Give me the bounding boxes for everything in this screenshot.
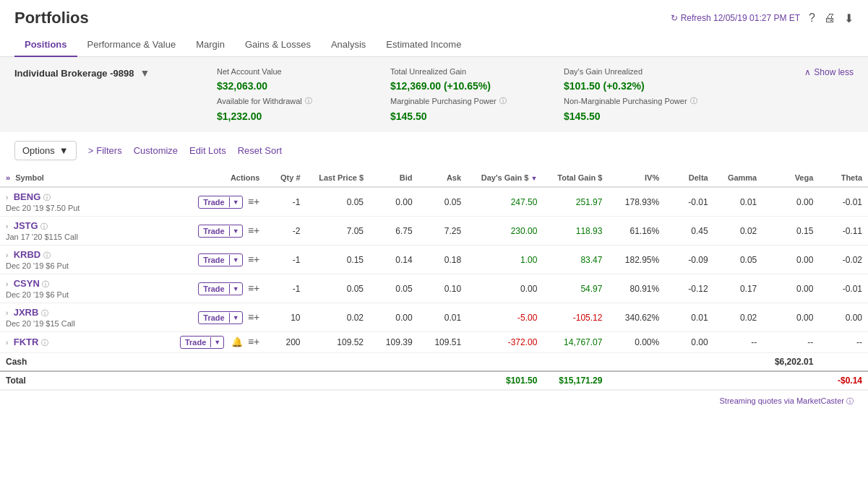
info-icon-JSTG[interactable]: ⓘ	[40, 222, 48, 230]
show-less-button[interactable]: ∧ Show less	[804, 67, 854, 77]
row-expand-icon[interactable]: ›	[6, 309, 8, 317]
cell-iv-JSTG: 61.16%	[608, 217, 665, 246]
tab-positions[interactable]: Positions	[14, 33, 77, 57]
options-dropdown[interactable]: Options ▼	[14, 141, 77, 160]
tab-income[interactable]: Estimated Income	[376, 33, 471, 57]
cell-theta-CSYN: -0.01	[819, 274, 868, 303]
cell-gamma-JXRB: 0.02	[714, 303, 763, 332]
table-row: › JXRB ⓘ Dec 20 '19 $15 Call Trade ▼ ≡+ …	[0, 303, 868, 332]
trade-button-FKTR[interactable]: Trade ▼	[180, 336, 224, 349]
refresh-icon: ↻	[671, 13, 678, 23]
tab-performance[interactable]: Performance & Value	[77, 33, 186, 57]
cell-iv-JXRB: 340.62%	[608, 303, 665, 332]
header-vega: Vega	[762, 169, 819, 187]
cell-theta-BENG: -0.01	[819, 187, 868, 217]
available-withdrawal-label: Available for Withdrawal ⓘ	[217, 96, 369, 106]
info-icon-FKTR[interactable]: ⓘ	[41, 339, 48, 347]
trade-dropdown-icon[interactable]: ▼	[229, 197, 242, 207]
cell-vega-FKTR: --	[762, 332, 819, 353]
top-bar-right: ↻ Refresh 12/05/19 01:27 PM ET ? 🖨 ⬇	[671, 12, 854, 25]
options-label: Options	[22, 145, 55, 156]
info-icon-marginable[interactable]: ⓘ	[499, 96, 507, 106]
row-expand-icon[interactable]: ›	[6, 339, 8, 347]
cell-theta-FKTR: --	[819, 332, 868, 353]
trade-dropdown-icon[interactable]: ▼	[229, 313, 242, 323]
tab-margin[interactable]: Margin	[186, 33, 235, 57]
info-icon-withdrawal[interactable]: ⓘ	[305, 96, 312, 106]
cell-delta-FKTR: 0.00	[665, 332, 714, 353]
cell-qty-JXRB: 10	[265, 303, 306, 332]
trade-button-KRBD[interactable]: Trade ▼	[198, 253, 242, 266]
customize-button[interactable]: Customize	[134, 145, 178, 156]
row-expand-icon[interactable]: ›	[6, 222, 8, 230]
total-gain: $15,171.29	[543, 371, 608, 390]
help-icon[interactable]: ?	[809, 12, 815, 25]
add-position-icon[interactable]: ≡+	[248, 282, 259, 294]
download-icon[interactable]: ⬇	[844, 12, 854, 25]
trade-button-CSYN[interactable]: Trade ▼	[198, 282, 242, 295]
cell-bid-BENG: 0.00	[369, 187, 418, 217]
filters-button[interactable]: > Filters	[88, 145, 122, 156]
cell-ask-JSTG: 7.25	[418, 217, 468, 246]
total-days-gain: $101.50	[467, 371, 543, 390]
cell-total-gain-CSYN: 54.97	[543, 274, 608, 303]
info-icon-BENG[interactable]: ⓘ	[43, 194, 51, 201]
row-expand-icon[interactable]: ›	[6, 194, 8, 201]
cell-symbol-CSYN: › CSYN ⓘ Dec 20 '19 $6 Put	[0, 274, 163, 303]
trade-dropdown-icon[interactable]: ▼	[229, 226, 242, 236]
days-gain-value: $101.50 (+0.32%)	[564, 80, 716, 92]
trade-button-JSTG[interactable]: Trade ▼	[198, 225, 242, 238]
cell-qty-KRBD: -1	[265, 246, 306, 274]
table-row: › JSTG ⓘ Jan 17 '20 $115 Call Trade ▼ ≡+…	[0, 217, 868, 246]
cell-iv-BENG: 178.93%	[608, 187, 665, 217]
non-marginable-label: Non-Marginable Purchasing Power ⓘ	[564, 96, 716, 106]
cell-gamma-KRBD: 0.05	[714, 246, 763, 274]
cell-gamma-FKTR: --	[714, 332, 763, 353]
alert-icon[interactable]: 🔔	[231, 337, 243, 347]
trade-dropdown-icon[interactable]: ▼	[229, 284, 242, 294]
symbol-sub: Jan 17 '20 $115 Call	[6, 233, 157, 241]
info-icon-streaming[interactable]: ⓘ	[846, 397, 854, 405]
header-ask: Ask	[418, 169, 468, 187]
info-icon-non-marginable[interactable]: ⓘ	[690, 96, 697, 106]
add-position-icon[interactable]: ≡+	[248, 225, 259, 236]
days-gain-label: Day's Gain Unrealized	[564, 67, 716, 76]
cell-vega-CSYN: 0.00	[762, 274, 819, 303]
edit-lots-button[interactable]: Edit Lots	[189, 145, 226, 156]
account-dropdown-icon[interactable]: ▼	[139, 67, 150, 79]
add-position-icon[interactable]: ≡+	[248, 336, 259, 347]
print-icon[interactable]: 🖨	[824, 12, 835, 25]
refresh-button[interactable]: ↻ Refresh 12/05/19 01:27 PM ET	[671, 13, 800, 23]
expand-all-icon[interactable]: »	[6, 173, 10, 182]
symbol-sub: Dec 20 '19 $6 Put	[6, 290, 157, 299]
trade-dropdown-icon[interactable]: ▼	[229, 255, 242, 265]
add-position-icon[interactable]: ≡+	[248, 311, 259, 323]
trade-button-JXRB[interactable]: Trade ▼	[198, 311, 242, 324]
info-icon-KRBD[interactable]: ⓘ	[43, 251, 51, 259]
cell-theta-JXRB: 0.00	[819, 303, 868, 332]
tab-analysis[interactable]: Analysis	[321, 33, 376, 57]
positions-table-container: » Symbol Actions Qty # Last Price $ Bid …	[0, 169, 868, 390]
add-position-icon[interactable]: ≡+	[248, 253, 259, 265]
info-icon-CSYN[interactable]: ⓘ	[42, 280, 49, 288]
cell-bid-JSTG: 6.75	[369, 217, 418, 246]
header-days-gain[interactable]: Day's Gain $ ▼	[467, 169, 543, 187]
cell-ask-JXRB: 0.01	[418, 303, 468, 332]
cell-symbol-JSTG: › JSTG ⓘ Jan 17 '20 $115 Call	[0, 217, 163, 246]
streaming-label: Streaming quotes via MarketCaster ⓘ	[720, 396, 854, 405]
cell-days-gain-JSTG: 230.00	[467, 217, 543, 246]
reset-sort-button[interactable]: Reset Sort	[238, 145, 282, 156]
cell-iv-CSYN: 80.91%	[608, 274, 665, 303]
add-position-icon[interactable]: ≡+	[248, 196, 259, 207]
trade-dropdown-icon[interactable]: ▼	[210, 337, 223, 347]
row-expand-icon[interactable]: ›	[6, 251, 8, 259]
info-icon-JXRB[interactable]: ⓘ	[41, 309, 48, 317]
page-title: Portfolios	[14, 9, 89, 27]
cell-days-gain-CSYN: 0.00	[467, 274, 543, 303]
trade-button-BENG[interactable]: Trade ▼	[198, 196, 242, 209]
cell-gamma-JSTG: 0.02	[714, 217, 763, 246]
tab-gains[interactable]: Gains & Losses	[235, 33, 321, 57]
row-expand-icon[interactable]: ›	[6, 280, 8, 288]
cell-actions-JSTG: Trade ▼ ≡+	[163, 217, 265, 246]
top-bar: Portfolios ↻ Refresh 12/05/19 01:27 PM E…	[0, 0, 868, 33]
